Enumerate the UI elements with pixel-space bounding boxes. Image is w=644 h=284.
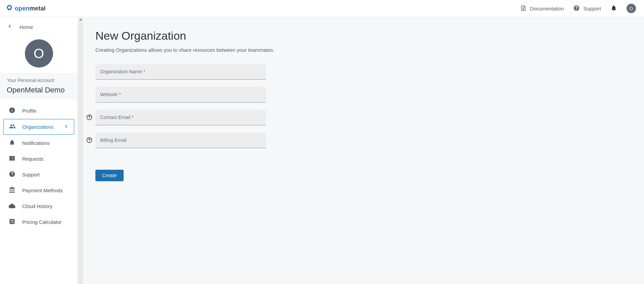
page-desc: Creating Organizations allows you to sha… (95, 47, 277, 53)
avatar-initial: O (34, 46, 44, 61)
nav-label: Payment Methods (22, 188, 63, 193)
nav-label: Notifications (22, 140, 50, 146)
people-icon (9, 123, 16, 131)
help-outline-icon[interactable] (86, 137, 93, 144)
field-billing-email-row: Billing Email (95, 133, 277, 148)
brand[interactable]: openmetal (6, 4, 46, 12)
field-org-name-row: Organization Name * (95, 64, 277, 80)
nav-label: Requests (22, 156, 43, 162)
brand-text: openmetal (15, 5, 46, 12)
svg-point-1 (89, 118, 90, 119)
content: Home O Your Personal Account OpenMetal D… (0, 17, 644, 284)
top-link-label: Support (583, 6, 601, 11)
sidebar-back-label: Home (19, 24, 33, 30)
sidebar-back[interactable]: Home (0, 17, 78, 33)
nav-notifications[interactable]: Notifications (3, 135, 74, 151)
nav-pricing-calculator[interactable]: Pricing Calculator (3, 214, 74, 230)
nav-support[interactable]: Support (3, 167, 74, 182)
website-input[interactable] (95, 87, 266, 103)
top-link-label: Documentation (530, 6, 564, 11)
account-sub: Your Personal Account (7, 78, 71, 83)
top-right: Documentation Support O (520, 4, 636, 13)
nav-label: Cloud History (22, 203, 52, 209)
bank-icon (9, 187, 15, 194)
nav-payment-methods[interactable]: Payment Methods (3, 183, 74, 198)
nav-organizations[interactable]: Organizations (3, 119, 74, 135)
main: New Organization Creating Organizations … (83, 17, 644, 284)
create-button[interactable]: Create (95, 170, 124, 181)
top-avatar[interactable]: O (627, 4, 636, 13)
topbar: openmetal Documentation Support O (0, 0, 644, 17)
sidebar-avatar: O (25, 39, 53, 68)
info-icon (9, 107, 15, 115)
nav-profile[interactable]: Profile (3, 103, 74, 118)
help-icon (573, 5, 580, 12)
nav-label: Support (22, 172, 40, 177)
nav-label: Organizations (23, 124, 54, 130)
calculator-icon (9, 218, 15, 226)
nav-cloud-history[interactable]: Cloud History (3, 199, 74, 214)
field-website-row: Website * (95, 87, 277, 103)
svg-point-3 (89, 141, 90, 142)
field-contact-email-row: Contact Email * (95, 110, 277, 125)
chevron-left-icon (7, 23, 13, 31)
account-block: Your Personal Account OpenMetal Demo (0, 73, 78, 99)
chevron-right-icon (63, 123, 69, 130)
file-icon (520, 5, 527, 12)
avatar-initial: O (630, 6, 633, 11)
top-link-support[interactable]: Support (573, 5, 601, 12)
sidebar: Home O Your Personal Account OpenMetal D… (0, 17, 83, 284)
scroll-up-icon[interactable] (78, 17, 83, 22)
brand-logo-icon (6, 4, 13, 12)
form-wrap: New Organization Creating Organizations … (95, 29, 277, 181)
bell-icon (610, 5, 617, 12)
billing-email-input[interactable] (95, 133, 266, 148)
page-title: New Organization (95, 29, 277, 42)
nav-requests[interactable]: Requests (3, 151, 74, 166)
nav-label: Profile (22, 108, 37, 114)
scrollbar[interactable] (78, 17, 83, 284)
org-name-input[interactable] (95, 64, 266, 80)
sidebar-avatar-wrap: O (0, 33, 78, 73)
account-name: OpenMetal Demo (7, 86, 71, 94)
nav-label: Pricing Calculator (22, 219, 62, 225)
nav: Profile Organizations Notifications Requ… (0, 99, 78, 234)
ticket-icon (9, 155, 15, 163)
top-link-documentation[interactable]: Documentation (520, 5, 564, 12)
help-outline-icon[interactable] (86, 114, 93, 121)
top-link-notifications[interactable] (610, 5, 617, 12)
contact-email-input[interactable] (95, 110, 266, 125)
help-icon (9, 171, 15, 178)
cloud-icon (9, 202, 15, 210)
bell-icon (9, 139, 15, 147)
